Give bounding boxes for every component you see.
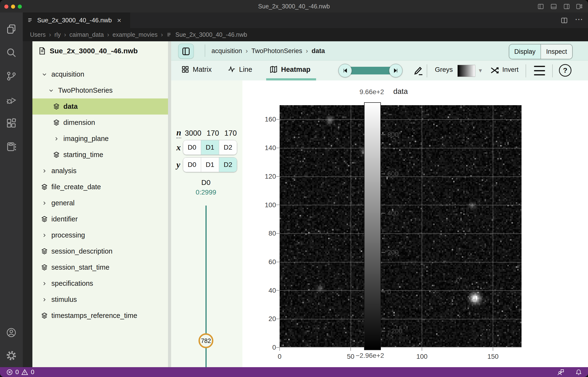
breadcrumb-example-movies[interactable]: example_movies (113, 31, 158, 38)
tree-item-session-description[interactable]: session_description (32, 243, 168, 259)
tab-matrix[interactable]: Matrix (181, 60, 212, 78)
breadcrumb-rly[interactable]: rly (55, 31, 61, 38)
x-tick (493, 347, 493, 351)
close-tab-icon[interactable]: × (117, 17, 121, 24)
y-d2-button[interactable]: D2 (219, 157, 237, 172)
range-slider-end-handle[interactable] (389, 64, 403, 77)
app-window: Sue_2x_3000_40_-46.nwb (0, 0, 588, 377)
gridline (280, 119, 521, 120)
colorbar-tick (381, 134, 385, 135)
y-tick (276, 290, 280, 291)
crumb-data[interactable]: data (311, 47, 325, 55)
bell-icon[interactable] (575, 369, 582, 376)
x-tick-label: 150 (483, 353, 503, 360)
display-mode-button[interactable]: Display (509, 44, 541, 59)
y-d0-button[interactable]: D0 (183, 157, 201, 172)
panel-resize-handle[interactable] (168, 41, 171, 367)
tree-item-specifications[interactable]: specifications (32, 275, 168, 292)
colorbar-tick (381, 213, 385, 213)
toolbar-separator (526, 64, 526, 77)
y-tick-label: 160 (253, 116, 276, 123)
colorbar-tick (381, 292, 385, 292)
breadcrumb: Users › rly › caiman_data › example_movi… (23, 28, 588, 41)
y-d1-button[interactable]: D1 (201, 157, 219, 172)
toggle-panel-icon[interactable] (550, 3, 558, 10)
explorer-icon[interactable] (6, 24, 17, 35)
tree-item-dimension[interactable]: dimension (32, 115, 168, 131)
settings-gear-icon[interactable] (6, 350, 17, 361)
frame-slider-handle[interactable]: 782 (198, 333, 213, 348)
crumb-acquisition[interactable]: acquisition (211, 47, 242, 55)
tab-line[interactable]: Line (228, 60, 252, 78)
draw-pen-icon[interactable] (412, 64, 424, 76)
y-tick (276, 119, 280, 119)
range-slider[interactable] (339, 67, 402, 74)
y-tick-label: 0 (253, 344, 276, 351)
y-dimension-selector: D0 D1 D2 (183, 157, 237, 172)
tree-item-general[interactable]: general (32, 195, 168, 211)
x-dimension-selector: D0 D1 D2 (183, 140, 237, 155)
nwb-notebook-icon[interactable] (6, 141, 17, 152)
help-icon[interactable]: ? (559, 64, 571, 77)
customize-layout-icon[interactable] (575, 3, 583, 10)
tree-item-acquisition[interactable]: acquisition (32, 66, 168, 82)
crumb-twophotonseries[interactable]: TwoPhotonSeries (252, 47, 302, 55)
frame-slider-track[interactable] (206, 206, 207, 377)
feedback-person-icon[interactable] (557, 368, 565, 376)
chevron-down-icon (41, 71, 48, 78)
tree-item-identifier[interactable]: identifier (32, 211, 168, 227)
tree-item-analysis[interactable]: analysis (32, 163, 168, 179)
tree-item-data[interactable]: data (32, 98, 168, 115)
toggle-primary-sidebar-icon[interactable] (537, 3, 545, 10)
split-editor-icon[interactable] (560, 17, 568, 24)
dataset-layers-icon (41, 264, 48, 271)
run-debug-icon[interactable] (6, 94, 17, 105)
problems-status[interactable]: 0 0 (6, 368, 34, 376)
toggle-sidebar-button[interactable] (178, 44, 194, 59)
search-icon[interactable] (6, 47, 17, 58)
breadcrumb-users[interactable]: Users (30, 31, 46, 38)
more-actions-icon[interactable]: ⋯ (575, 14, 583, 24)
source-control-icon[interactable] (6, 71, 17, 82)
nwb-viewer-panel: acquisition › TwoPhotonSeries › data Dis… (171, 41, 588, 367)
colorbar-max-label: 9.66e+2 (359, 88, 384, 96)
colorbar-tick-label: 200 (387, 248, 399, 256)
tab-nwb-file[interactable]: Sue_2x_3000_40_-46.nwb × (23, 12, 130, 28)
breadcrumb-caiman-data[interactable]: caiman_data (69, 31, 104, 38)
chevron-down-icon[interactable]: ▾ (479, 67, 482, 74)
x-d1-button[interactable]: D1 (201, 140, 219, 155)
chevron-right-icon (41, 281, 48, 286)
gridline (280, 148, 521, 148)
x-tick-label: 0 (270, 353, 289, 360)
tab-heatmap[interactable]: Heatmap (269, 60, 311, 78)
viewer-toolbar: Matrix Line Heatmap (171, 60, 588, 81)
tree-item-processing[interactable]: processing (32, 227, 168, 243)
tree-item-session-start-time[interactable]: session_start_time (32, 259, 168, 275)
menu-hamburger-icon[interactable] (534, 66, 545, 75)
invert-label[interactable]: Invert (502, 66, 519, 73)
breadcrumb-file[interactable]: Sue_2x_3000_40_-46.nwb (175, 31, 247, 38)
tree-item-stimulus[interactable]: stimulus (32, 292, 168, 308)
breadcrumb-separator: › (64, 31, 66, 38)
status-right-icons (557, 368, 582, 376)
y-tick-label: 20 (253, 315, 276, 323)
chevron-right-icon (41, 297, 48, 303)
gridline (280, 319, 521, 319)
tree-item-starting-time[interactable]: starting_time (32, 147, 168, 163)
inspect-mode-button[interactable]: Inspect (541, 44, 572, 59)
viewer-header: acquisition › TwoPhotonSeries › data Dis… (171, 41, 588, 60)
tree-item-twophotonseries[interactable]: TwoPhotonSeries (32, 82, 168, 98)
x-d2-button[interactable]: D2 (219, 140, 237, 155)
tree-item-timestamps-reference-time[interactable]: timestamps_reference_time (32, 308, 168, 324)
x-d0-button[interactable]: D0 (183, 140, 201, 155)
chevron-right-icon (53, 136, 60, 142)
invert-shuffle-icon[interactable] (489, 65, 500, 76)
tree-item-imaging-plane[interactable]: imaging_plane (32, 131, 168, 147)
range-slider-start-handle[interactable] (338, 64, 352, 77)
toggle-secondary-sidebar-icon[interactable] (563, 3, 571, 10)
account-icon[interactable] (6, 327, 17, 338)
tree-item-file-create-date[interactable]: file_create_date (32, 179, 168, 195)
extensions-icon[interactable] (6, 118, 17, 129)
colormap-label[interactable]: Greys (435, 66, 453, 73)
colormap-gradient-swatch[interactable] (457, 65, 475, 77)
